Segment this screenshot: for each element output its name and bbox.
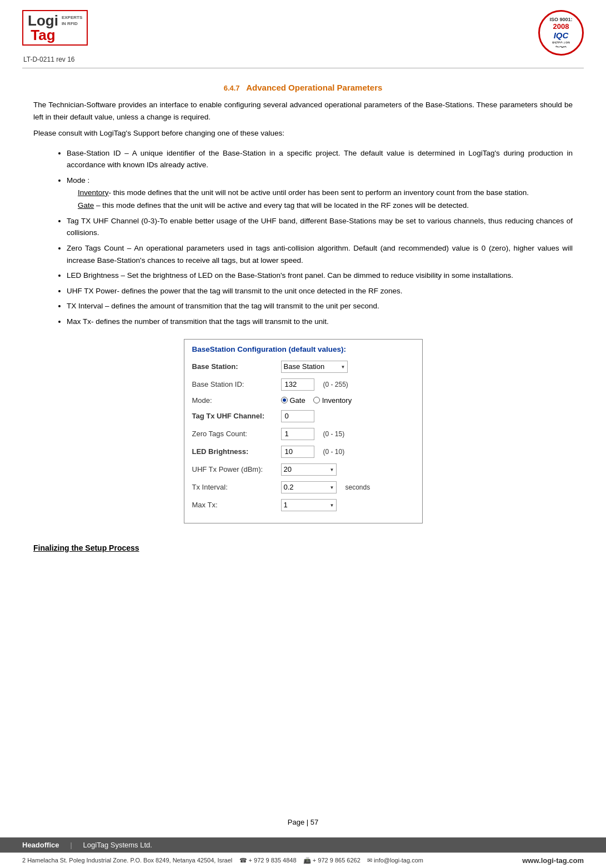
radio-group-mode: Gate Inventory xyxy=(281,396,352,405)
config-row-uhf-channel: Tag Tx UHF Channel: xyxy=(184,407,422,425)
bullet-4: Zero Tags Count – An operational paramet… xyxy=(67,242,573,266)
footer-email: info@logi-tag.com xyxy=(374,857,423,864)
footer-address: 2 Hamelacha St. Poleg Industrial Zone. P… xyxy=(22,857,232,864)
radio-dot-inventory xyxy=(313,397,320,403)
iso-year: 2008 xyxy=(553,22,569,31)
label-base-station-id: Base Station ID: xyxy=(192,380,281,388)
main-content: 6.4.7 Advanced Operational Parameters Th… xyxy=(0,68,606,812)
config-title: BaseStation Configuration (default value… xyxy=(184,340,422,358)
sub-list-mode: Inventory- this mode defines that the un… xyxy=(78,187,573,212)
bullet-7: TX Interval – defines the amount of tran… xyxy=(67,300,573,312)
select-uhf-power[interactable]: 20 xyxy=(281,463,337,476)
logo-tag: Tag xyxy=(31,28,55,42)
doc-ref: LT-D-0211 rev 16 xyxy=(22,56,75,63)
sub-gate: Gate – this mode defines that the unit w… xyxy=(78,199,573,212)
label-seconds: seconds xyxy=(345,483,370,491)
iso-text-top: ISO 9001: xyxy=(549,17,572,22)
header: Logi Tag EXPERTSIN RFID LT-D-0211 rev 16… xyxy=(0,0,606,63)
footer-fax: + 972 9 865 6262 xyxy=(313,857,360,864)
range-base-station-id: (0 - 255) xyxy=(323,381,348,388)
label-uhf-power: UHF Tx Power (dBm): xyxy=(192,465,281,473)
config-row-base-station-id: Base Station ID: (0 - 255) xyxy=(184,376,422,393)
section-heading: 6.4.7 Advanced Operational Parameters xyxy=(33,83,573,92)
label-led: LED Brightness: xyxy=(192,447,281,456)
input-zero-tags[interactable] xyxy=(281,428,314,440)
range-led: (0 - 10) xyxy=(323,448,345,456)
logo-text: Logi Tag EXPERTSIN RFID xyxy=(28,13,82,42)
logo-box: Logi Tag EXPERTSIN RFID xyxy=(22,10,88,46)
footer-pipe: | xyxy=(70,841,72,849)
footer-phone-icon: ☎ xyxy=(239,857,247,864)
label-base-station: Base Station: xyxy=(192,362,281,371)
select-base-station[interactable]: Base Station xyxy=(281,361,348,373)
footer-contact: 2 Hamelacha St. Poleg Industrial Zone. P… xyxy=(22,857,423,864)
bullet-6: UHF TX Power- defines the power that the… xyxy=(67,285,573,297)
config-row-led: LED Brightness: (0 - 10) xyxy=(184,443,422,461)
config-row-max-tx: Max Tx: 1 xyxy=(184,496,422,514)
radio-label-gate: Gate xyxy=(290,396,305,405)
label-mode: Mode: xyxy=(192,396,281,405)
logo-logi: Logi xyxy=(28,13,58,28)
bullet-2: Mode : Inventory- this mode defines that… xyxy=(67,174,573,212)
footer-fax-icon: 📠 xyxy=(303,857,311,864)
config-row-uhf-power: UHF Tx Power (dBm): 20 xyxy=(184,461,422,478)
config-row-tx-interval: Tx Interval: 0.2 seconds xyxy=(184,478,422,496)
footer-phone1: + 972 9 835 4848 xyxy=(249,857,297,864)
bullet-1: Base-Station ID – A unique identifier of… xyxy=(67,147,573,171)
radio-inventory[interactable]: Inventory xyxy=(313,396,352,405)
input-uhf-channel[interactable] xyxy=(281,410,314,422)
radio-dot-gate xyxy=(281,397,288,403)
gate-underline: Gate xyxy=(78,201,94,209)
radio-gate[interactable]: Gate xyxy=(281,396,305,405)
finalizing-section: Finalizing the Setup Process xyxy=(33,535,573,552)
input-led[interactable] xyxy=(281,446,314,458)
input-base-station-id[interactable] xyxy=(281,378,314,391)
page-number: Page | 57 xyxy=(0,812,606,837)
page: Logi Tag EXPERTSIN RFID LT-D-0211 rev 16… xyxy=(0,0,606,868)
bullet-list: Base-Station ID – A unique identifier of… xyxy=(67,147,573,328)
bullet-8: Max Tx- defines the number of transmitio… xyxy=(67,316,573,328)
config-row-zero-tags: Zero Tags Count: (0 - 15) xyxy=(184,425,422,443)
bullet-5: LED Brightness – Set the brightness of L… xyxy=(67,270,573,282)
label-max-tx: Max Tx: xyxy=(192,501,281,509)
iso-heb: מכון התקניםהישראלי xyxy=(552,41,570,48)
select-wrapper-uhf-power[interactable]: 20 xyxy=(281,463,337,476)
logo-experts: EXPERTSIN RFID xyxy=(62,14,82,27)
value-max-tx: 1 xyxy=(281,499,414,511)
footer-bar: Headoffice | LogiTag Systems Ltd. xyxy=(0,837,606,852)
value-base-station: Base Station xyxy=(281,361,414,373)
value-base-station-id: (0 - 255) xyxy=(281,378,414,391)
value-uhf-channel xyxy=(281,410,414,422)
select-wrapper-base-station[interactable]: Base Station xyxy=(281,361,348,373)
config-row-base-station: Base Station: Base Station xyxy=(184,358,422,376)
radio-label-inventory: Inventory xyxy=(322,396,352,405)
select-max-tx[interactable]: 1 xyxy=(281,499,337,511)
value-zero-tags: (0 - 15) xyxy=(281,428,414,440)
value-uhf-power: 20 xyxy=(281,463,414,476)
finalizing-link[interactable]: Finalizing the Setup Process xyxy=(33,543,139,552)
logo-area: Logi Tag EXPERTSIN RFID LT-D-0211 rev 16 xyxy=(22,10,88,63)
label-tx-interval: Tx Interval: xyxy=(192,483,281,491)
intro-para-1: The Technician-Software provides an inte… xyxy=(33,99,573,123)
bullet-3: Tag TX UHF Channel (0-3)-To enable bette… xyxy=(67,215,573,239)
range-zero-tags: (0 - 15) xyxy=(323,430,345,438)
select-wrapper-tx-interval[interactable]: 0.2 xyxy=(281,481,337,493)
iso-iqc: IQC xyxy=(554,31,569,40)
footer-website: www.logi-tag.com xyxy=(522,856,584,865)
value-tx-interval: 0.2 seconds xyxy=(281,481,414,493)
config-box: BaseStation Configuration (default value… xyxy=(184,339,423,523)
select-wrapper-max-tx[interactable]: 1 xyxy=(281,499,337,511)
label-uhf-channel: Tag Tx UHF Channel: xyxy=(192,412,281,420)
iso-badge: ISO 9001: 2008 IQC מכון התקניםהישראלי xyxy=(538,10,584,56)
sub-inventory: Inventory- this mode defines that the un… xyxy=(78,187,573,199)
intro-para-2: Please consult with LogiTag's Support be… xyxy=(33,127,573,139)
section-number: 6.4.7 xyxy=(224,84,240,92)
select-tx-interval[interactable]: 0.2 xyxy=(281,481,337,493)
footer-sub: 2 Hamelacha St. Poleg Industrial Zone. P… xyxy=(0,852,606,868)
inventory-underline: Inventory xyxy=(78,188,109,197)
footer-company: LogiTag Systems Ltd. xyxy=(83,841,152,849)
section-title: Advanced Operational Parameters xyxy=(246,83,382,92)
value-led: (0 - 10) xyxy=(281,446,414,458)
footer-headoffice: Headoffice xyxy=(22,841,59,849)
value-mode: Gate Inventory xyxy=(281,396,414,405)
